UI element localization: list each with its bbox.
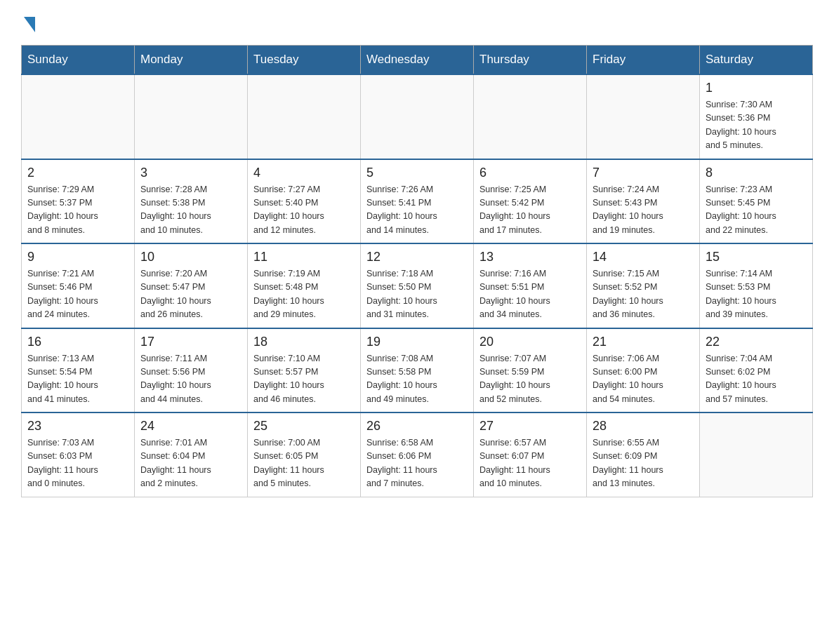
logo [21,14,35,31]
day-number: 19 [366,335,468,349]
calendar-cell: 7Sunrise: 7:24 AM Sunset: 5:43 PM Daylig… [587,159,700,244]
weekday-header-tuesday: Tuesday [248,46,361,75]
calendar-cell: 28Sunrise: 6:55 AM Sunset: 6:09 PM Dayli… [587,412,700,497]
weekday-header-sunday: Sunday [22,46,135,75]
week-row-5: 23Sunrise: 7:03 AM Sunset: 6:03 PM Dayli… [22,412,813,497]
day-number: 8 [706,166,807,180]
weekday-header-saturday: Saturday [700,46,813,75]
day-info: Sunrise: 7:21 AM Sunset: 5:46 PM Dayligh… [27,267,128,322]
weekday-header-wednesday: Wednesday [361,46,474,75]
page-header [21,14,813,31]
calendar-cell: 2Sunrise: 7:29 AM Sunset: 5:37 PM Daylig… [22,159,135,244]
day-info: Sunrise: 7:25 AM Sunset: 5:42 PM Dayligh… [479,183,581,238]
calendar-cell: 14Sunrise: 7:15 AM Sunset: 5:52 PM Dayli… [587,243,700,328]
day-number: 5 [366,166,468,180]
day-number: 16 [27,335,128,349]
day-info: Sunrise: 7:14 AM Sunset: 5:53 PM Dayligh… [706,267,807,322]
weekday-header-row: SundayMondayTuesdayWednesdayThursdayFrid… [22,46,813,75]
calendar-cell: 19Sunrise: 7:08 AM Sunset: 5:58 PM Dayli… [361,328,474,413]
calendar-cell: 16Sunrise: 7:13 AM Sunset: 5:54 PM Dayli… [22,328,135,413]
day-info: Sunrise: 7:20 AM Sunset: 5:47 PM Dayligh… [140,267,241,322]
day-info: Sunrise: 7:08 AM Sunset: 5:58 PM Dayligh… [366,352,468,407]
calendar-cell: 3Sunrise: 7:28 AM Sunset: 5:38 PM Daylig… [135,159,248,244]
calendar-cell: 9Sunrise: 7:21 AM Sunset: 5:46 PM Daylig… [22,243,135,328]
day-info: Sunrise: 7:30 AM Sunset: 5:36 PM Dayligh… [706,98,807,153]
week-row-4: 16Sunrise: 7:13 AM Sunset: 5:54 PM Dayli… [22,328,813,413]
day-info: Sunrise: 7:29 AM Sunset: 5:37 PM Dayligh… [27,183,128,238]
day-number: 15 [706,250,807,264]
calendar-cell: 20Sunrise: 7:07 AM Sunset: 5:59 PM Dayli… [474,328,587,413]
calendar-cell: 22Sunrise: 7:04 AM Sunset: 6:02 PM Dayli… [700,328,813,413]
week-row-1: 1Sunrise: 7:30 AM Sunset: 5:36 PM Daylig… [22,74,813,159]
calendar-cell: 1Sunrise: 7:30 AM Sunset: 5:36 PM Daylig… [700,74,813,159]
calendar-cell: 10Sunrise: 7:20 AM Sunset: 5:47 PM Dayli… [135,243,248,328]
weekday-header-friday: Friday [587,46,700,75]
calendar-cell [700,412,813,497]
calendar-cell: 18Sunrise: 7:10 AM Sunset: 5:57 PM Dayli… [248,328,361,413]
day-number: 26 [366,419,468,434]
day-number: 6 [479,166,581,180]
week-row-3: 9Sunrise: 7:21 AM Sunset: 5:46 PM Daylig… [22,243,813,328]
day-number: 22 [706,335,807,349]
day-info: Sunrise: 7:11 AM Sunset: 5:56 PM Dayligh… [140,352,241,407]
day-number: 20 [479,335,581,349]
calendar-cell [361,74,474,159]
day-number: 11 [253,250,355,264]
calendar-cell: 21Sunrise: 7:06 AM Sunset: 6:00 PM Dayli… [587,328,700,413]
day-info: Sunrise: 7:07 AM Sunset: 5:59 PM Dayligh… [479,352,581,407]
day-number: 27 [479,419,581,434]
day-number: 28 [593,419,694,434]
day-number: 24 [140,419,241,434]
calendar-cell: 17Sunrise: 7:11 AM Sunset: 5:56 PM Dayli… [135,328,248,413]
calendar-table: SundayMondayTuesdayWednesdayThursdayFrid… [21,45,813,497]
calendar-cell: 5Sunrise: 7:26 AM Sunset: 5:41 PM Daylig… [361,159,474,244]
day-info: Sunrise: 6:55 AM Sunset: 6:09 PM Dayligh… [593,436,694,491]
day-info: Sunrise: 7:01 AM Sunset: 6:04 PM Dayligh… [140,436,241,491]
calendar-cell: 25Sunrise: 7:00 AM Sunset: 6:05 PM Dayli… [248,412,361,497]
calendar-cell: 26Sunrise: 6:58 AM Sunset: 6:06 PM Dayli… [361,412,474,497]
calendar-cell [587,74,700,159]
day-info: Sunrise: 7:18 AM Sunset: 5:50 PM Dayligh… [366,267,468,322]
calendar-cell: 4Sunrise: 7:27 AM Sunset: 5:40 PM Daylig… [248,159,361,244]
day-number: 12 [366,250,468,264]
calendar-cell: 6Sunrise: 7:25 AM Sunset: 5:42 PM Daylig… [474,159,587,244]
day-number: 9 [27,250,128,264]
day-number: 13 [479,250,581,264]
day-info: Sunrise: 7:19 AM Sunset: 5:48 PM Dayligh… [253,267,355,322]
day-info: Sunrise: 7:10 AM Sunset: 5:57 PM Dayligh… [253,352,355,407]
day-number: 21 [593,335,694,349]
day-info: Sunrise: 7:24 AM Sunset: 5:43 PM Dayligh… [593,183,694,238]
day-info: Sunrise: 6:57 AM Sunset: 6:07 PM Dayligh… [479,436,581,491]
calendar-cell: 23Sunrise: 7:03 AM Sunset: 6:03 PM Dayli… [22,412,135,497]
calendar-cell: 27Sunrise: 6:57 AM Sunset: 6:07 PM Dayli… [474,412,587,497]
day-info: Sunrise: 7:03 AM Sunset: 6:03 PM Dayligh… [27,436,128,491]
day-number: 18 [253,335,355,349]
day-number: 23 [27,419,128,434]
calendar-cell [22,74,135,159]
day-number: 10 [140,250,241,264]
calendar-cell: 13Sunrise: 7:16 AM Sunset: 5:51 PM Dayli… [474,243,587,328]
day-number: 7 [593,166,694,180]
day-info: Sunrise: 7:06 AM Sunset: 6:00 PM Dayligh… [593,352,694,407]
logo-arrow-icon [24,17,35,32]
calendar-cell [135,74,248,159]
calendar-cell: 12Sunrise: 7:18 AM Sunset: 5:50 PM Dayli… [361,243,474,328]
day-number: 17 [140,335,241,349]
day-info: Sunrise: 7:00 AM Sunset: 6:05 PM Dayligh… [253,436,355,491]
day-number: 4 [253,166,355,180]
week-row-2: 2Sunrise: 7:29 AM Sunset: 5:37 PM Daylig… [22,159,813,244]
day-info: Sunrise: 7:26 AM Sunset: 5:41 PM Dayligh… [366,183,468,238]
calendar-cell: 11Sunrise: 7:19 AM Sunset: 5:48 PM Dayli… [248,243,361,328]
day-info: Sunrise: 7:28 AM Sunset: 5:38 PM Dayligh… [140,183,241,238]
day-info: Sunrise: 7:16 AM Sunset: 5:51 PM Dayligh… [479,267,581,322]
calendar-cell: 8Sunrise: 7:23 AM Sunset: 5:45 PM Daylig… [700,159,813,244]
day-number: 1 [706,81,807,95]
day-number: 2 [27,166,128,180]
calendar-cell [248,74,361,159]
calendar-cell: 15Sunrise: 7:14 AM Sunset: 5:53 PM Dayli… [700,243,813,328]
day-info: Sunrise: 7:13 AM Sunset: 5:54 PM Dayligh… [27,352,128,407]
day-info: Sunrise: 7:15 AM Sunset: 5:52 PM Dayligh… [593,267,694,322]
day-info: Sunrise: 6:58 AM Sunset: 6:06 PM Dayligh… [366,436,468,491]
day-info: Sunrise: 7:23 AM Sunset: 5:45 PM Dayligh… [706,183,807,238]
day-number: 14 [593,250,694,264]
